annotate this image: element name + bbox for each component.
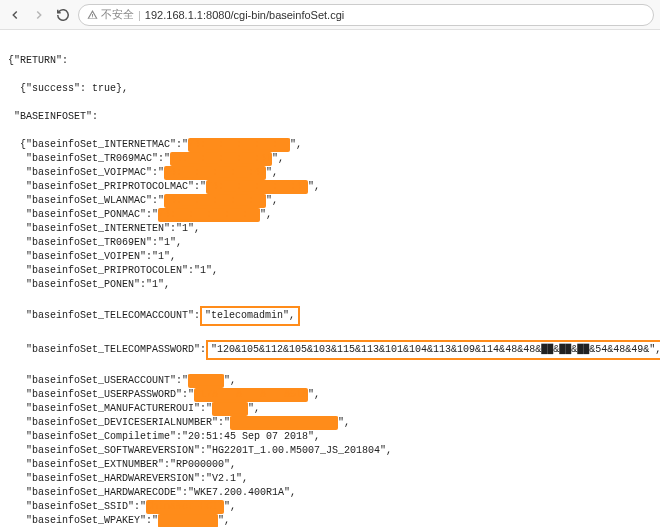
separator: | <box>138 9 141 21</box>
json-row: "baseinfoSet_SOFTWAREVERSION":"HG2201T_1… <box>8 444 652 458</box>
json-row: "baseinfoSet_SSID":"ChinaNet-HCIT", <box>8 500 652 514</box>
json-row: {"baseinfoSet_INTERNETMAC":"74:██:██:██:… <box>8 138 652 152</box>
json-row: "baseinfoSet_PRIPROTOCOLMAC":"74:██:██:█… <box>8 180 652 194</box>
json-row: "baseinfoSet_Compiletime":"20:51:45 Sep … <box>8 430 652 444</box>
json-row: "baseinfoSet_VOIPEN":"1", <box>8 250 652 264</box>
json-row: "baseinfoSet_WPAKEY":"██████████", <box>8 514 652 527</box>
json-row: "baseinfoSet_USERACCOUNT":"██████", <box>8 374 652 388</box>
back-icon[interactable] <box>6 6 24 24</box>
json-row: "baseinfoSet_HARDWAREVERSION":"V2.1", <box>8 472 652 486</box>
json-row: "baseinfoSet_TR069MAC":"74:██:██:██:██:4… <box>8 152 652 166</box>
response-body: {"RETURN": {"success": true}, "BASEINFOS… <box>0 30 660 527</box>
warning-icon <box>87 9 98 20</box>
json-row: "baseinfoSet_HARDWARECODE":"WKE7.200.400… <box>8 486 652 500</box>
json-row: "baseinfoSet_WLANMAC":"74:██:██:██:██:██… <box>8 194 652 208</box>
json-row: "baseinfoSet_TR069EN":"1", <box>8 236 652 250</box>
json-row: "baseinfoSet_VOIPMAC":"74:██:██:██:██:42… <box>8 166 652 180</box>
json-row: "baseinfoSet_PONEN":"1", <box>8 278 652 292</box>
json-row: "baseinfoSet_PONMAC":"74:██:██:██:██:██"… <box>8 208 652 222</box>
insecure-text: 不安全 <box>101 7 134 22</box>
json-row: "baseinfoSet_MANUFACTUREROUI":"██████", <box>8 402 652 416</box>
insecure-badge: 不安全 <box>87 7 134 22</box>
json-row: "baseinfoSet_EXTNUMBER":"RP000000", <box>8 458 652 472</box>
url-text: 192.168.1.1:8080/cgi-bin/baseinfoSet.cgi <box>145 9 344 21</box>
json-row: "baseinfoSet_INTERNETEN":"1", <box>8 222 652 236</box>
json-row: "baseinfoSet_USERPASSWORD":"117&███&███&… <box>8 388 652 402</box>
json-row: "baseinfoSet_DEVICESERIALNUMBER":"██████… <box>8 416 652 430</box>
json-row: "baseinfoSet_PRIPROTOCOLEN":"1", <box>8 264 652 278</box>
browser-toolbar: 不安全 | 192.168.1.1:8080/cgi-bin/baseinfoS… <box>0 0 660 30</box>
forward-icon[interactable] <box>30 6 48 24</box>
reload-icon[interactable] <box>54 6 72 24</box>
address-bar[interactable]: 不安全 | 192.168.1.1:8080/cgi-bin/baseinfoS… <box>78 4 654 26</box>
